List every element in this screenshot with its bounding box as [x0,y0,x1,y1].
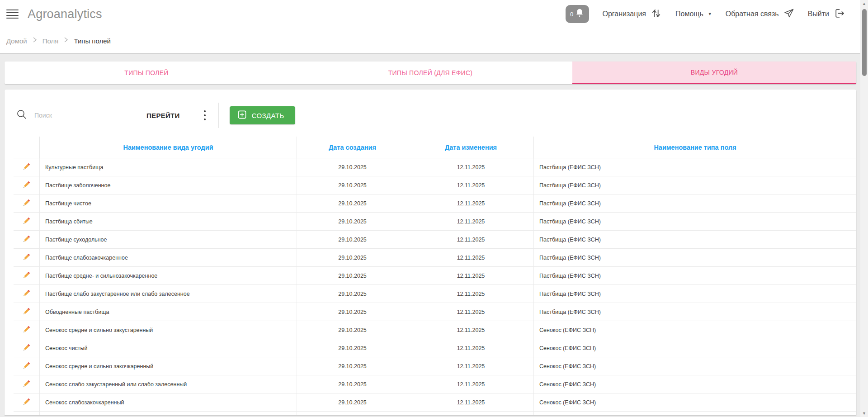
edit-row-button[interactable] [14,339,39,357]
help-dropdown[interactable]: Помощь ▼ [675,10,712,18]
cell-created-date: 29.10.2025 [297,158,408,176]
cell-modified-date: 12.11.2025 [408,285,533,303]
edit-row-button[interactable] [14,321,39,339]
table-row: Пастбище слабозакочкаренное 29.10.2025 1… [14,249,856,267]
help-label: Помощь [675,10,703,18]
cell-land-kind-name: Пастбища сбитые [39,213,297,230]
scrollbar-thumb[interactable] [862,9,867,76]
table-row: Пастбище заболоченное 29.10.2025 12.11.2… [14,176,856,194]
search-input[interactable] [33,110,137,121]
cell-field-type-name: Пастбища (ЕФИС ЗСН) [533,158,856,176]
organization-button[interactable]: Организация [603,8,662,21]
scroll-down-arrow-icon[interactable]: ▼ [860,410,868,417]
logout-button[interactable]: Выйти [808,8,845,21]
logout-icon [834,8,845,21]
table-row: Пастбище чистое 29.10.2025 12.11.2025 Па… [14,194,856,213]
table-row: Сенокос слабо закустаренный или слабо за… [14,375,856,393]
table-body: Культурные пастбища 29.10.2025 12.11.202… [14,158,856,412]
bell-icon [575,8,584,20]
table-row: Сенокос слабозакочкаренный 29.10.2025 12… [14,393,856,412]
cell-field-type-name: Пастбища (ЕФИС ЗСН) [533,267,856,284]
cell-field-type-name: Сенокос (ЕФИС ЗСН) [533,393,856,411]
cell-modified-date: 12.11.2025 [408,357,533,375]
edit-row-button[interactable] [14,267,39,284]
vertical-scrollbar[interactable]: ▲ ▼ [860,0,868,417]
caret-down-icon: ▼ [708,12,712,16]
cell-created-date: 29.10.2025 [297,194,408,212]
content-card: ПЕРЕЙТИ СОЗДАТЬ Наименование вида угодий… [5,90,856,415]
column-header-land-kind-name[interactable]: Наименование вида угодий [39,137,297,158]
toolbar-divider [191,103,191,128]
table-row: Пастбище суходольное 29.10.2025 12.11.20… [14,231,856,249]
pencil-icon [22,217,31,227]
cell-modified-date: 12.11.2025 [408,249,533,266]
cell-modified-date: 12.11.2025 [408,321,533,339]
create-button[interactable]: СОЗДАТЬ [230,106,295,124]
edit-row-button[interactable] [14,158,39,176]
notifications-button[interactable]: 0 [566,5,589,23]
pencil-icon [22,271,31,281]
breadcrumb-fields[interactable]: Поля [42,37,59,45]
tab-bar: ТИПЫ ПОЛЕЙ ТИПЫ ПОЛЕЙ (ДЛЯ ЕФИС) ВИДЫ УГ… [5,62,856,84]
cell-created-date: 29.10.2025 [297,176,408,194]
table-row: Сенокос чистый 29.10.2025 12.11.2025 Сен… [14,339,856,357]
edit-row-button[interactable] [14,357,39,375]
cell-field-type-name: Пастбища (ЕФИС ЗСН) [533,231,856,248]
cell-modified-date: 12.11.2025 [408,176,533,194]
edit-row-button[interactable] [14,176,39,194]
cell-land-kind-name: Пастбище средне- и сильнозакочкаренное [39,267,297,284]
edit-row-button[interactable] [14,285,39,303]
pencil-icon [22,289,31,299]
pencil-icon [22,379,31,389]
edit-row-button[interactable] [14,375,39,393]
toolbar: ПЕРЕЙТИ СОЗДАТЬ [5,90,856,128]
cell-field-type-name: Сенокос (ЕФИС ЗСН) [533,339,856,357]
edit-row-button[interactable] [14,194,39,212]
search-icon [16,109,27,122]
pencil-icon [22,361,31,371]
cell-created-date: 29.10.2025 [297,357,408,375]
cell-created-date: 29.10.2025 [297,303,408,321]
cell-field-type-name: Пастбища (ЕФИС ЗСН) [533,285,856,303]
cell-field-type-name: Пастбища (ЕФИС ЗСН) [533,194,856,212]
go-button[interactable]: ПЕРЕЙТИ [146,112,180,119]
menu-icon[interactable] [6,9,19,19]
cell-land-kind-name: Пастбище суходольное [39,231,297,248]
toolbar-divider [218,103,219,128]
edit-row-button[interactable] [14,231,39,248]
feedback-button[interactable]: Обратная связь [726,8,794,20]
column-header-field-type-name[interactable]: Наименование типа поля [533,137,856,158]
tab-field-types[interactable]: ТИПЫ ПОЛЕЙ [5,62,288,84]
page: Agroanalytics 0 Организация [0,0,860,415]
cell-land-kind-name: Пастбище заболоченное [39,176,297,194]
chevron-right-icon [33,37,37,45]
table-row: Сенокос средне и сильно закустаренный 29… [14,321,856,339]
tab-field-types-efis[interactable]: ТИПЫ ПОЛЕЙ (ДЛЯ ЕФИС) [288,62,572,84]
cell-field-type-name: Пастбища (ЕФИС ЗСН) [533,303,856,321]
edit-row-button[interactable] [14,213,39,230]
edit-row-button[interactable] [14,303,39,321]
cell-land-kind-name: Сенокос слабо закустаренный или слабо за… [39,375,297,393]
column-header-modified-date[interactable]: Дата изменения [408,137,533,158]
tab-land-kinds[interactable]: ВИДЫ УГОДИЙ [572,62,856,84]
app-header: Agroanalytics 0 Организация [0,0,860,28]
scroll-up-arrow-icon[interactable]: ▲ [860,0,868,7]
cell-modified-date: 12.11.2025 [408,303,533,321]
pencil-icon [22,398,31,408]
cell-land-kind-name: Сенокос чистый [39,339,297,357]
cell-modified-date: 12.11.2025 [408,393,533,411]
kebab-menu-icon[interactable] [202,109,208,122]
cell-created-date: 29.10.2025 [297,267,408,284]
land-kinds-table: Наименование вида угодий Дата создания Д… [14,137,856,415]
pencil-icon [22,235,31,245]
chevron-right-icon [64,37,68,45]
edit-column-header [14,137,39,158]
edit-row-button[interactable] [14,249,39,266]
column-header-created-date[interactable]: Дата создания [297,137,408,158]
breadcrumb-home[interactable]: Домой [6,37,27,45]
cell-field-type-name: Пастбища (ЕФИС ЗСН) [533,249,856,266]
cell-created-date: 29.10.2025 [297,249,408,266]
pencil-icon [22,180,31,190]
feedback-label: Обратная связь [726,10,779,18]
edit-row-button[interactable] [14,393,39,411]
